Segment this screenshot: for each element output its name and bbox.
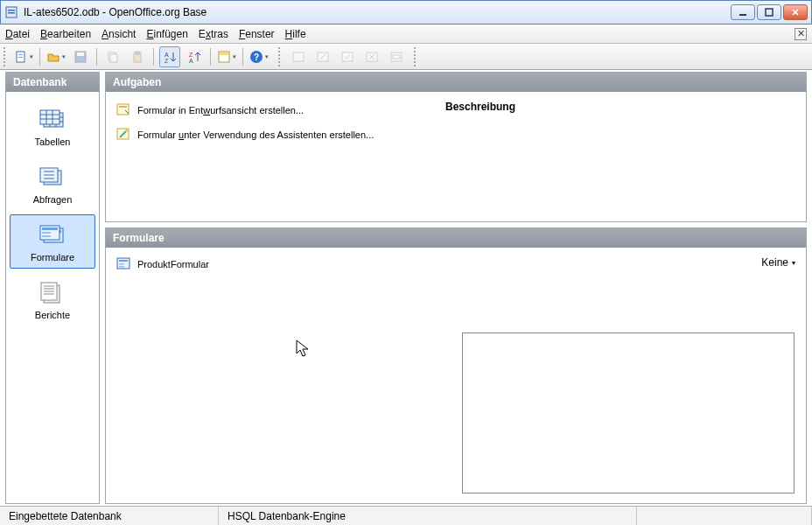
paste-button [127, 46, 148, 67]
svg-rect-21 [220, 52, 228, 55]
tables-icon [37, 107, 68, 133]
menu-datei[interactable]: Datei [5, 28, 30, 40]
tb-edit-button [312, 46, 333, 67]
svg-rect-53 [42, 228, 58, 230]
tb-delete-button [361, 46, 382, 67]
statusbar: Eingebettete Datenbank HSQL Datenbank-En… [0, 506, 812, 525]
tb-check-button [337, 46, 358, 67]
new-doc-button[interactable]: ▾ [13, 46, 34, 67]
document-close-icon[interactable]: ✕ [794, 28, 807, 40]
sort-desc-button[interactable]: ZA [184, 46, 205, 67]
svg-rect-24 [293, 52, 304, 61]
form-button[interactable]: ▾ [216, 46, 237, 67]
svg-rect-72 [119, 266, 124, 268]
sidebar-title: Datenbank [6, 73, 99, 92]
form-item-label: ProduktFormular [137, 259, 209, 270]
svg-rect-15 [136, 52, 139, 54]
close-button[interactable] [783, 4, 808, 20]
queries-icon [37, 164, 68, 191]
description-label: Beschreibung [445, 101, 795, 113]
svg-text:Z: Z [164, 58, 169, 64]
sidebar-item-forms[interactable]: Formulare [10, 214, 95, 269]
tb-new-form-button [288, 46, 309, 67]
status-right [637, 507, 812, 525]
sidebar-label-forms: Formulare [31, 252, 74, 262]
preview-box [462, 332, 794, 494]
status-mid: HSQL Datenbank-Engine [219, 507, 637, 525]
copy-button [102, 46, 123, 67]
svg-rect-13 [110, 54, 117, 62]
svg-rect-26 [342, 52, 353, 61]
svg-rect-1 [8, 10, 15, 11]
svg-rect-4 [766, 9, 773, 16]
save-button [70, 46, 91, 67]
tb-rename-button [386, 46, 407, 67]
svg-rect-3 [739, 14, 746, 16]
form-list-item[interactable]: ProduktFormular [116, 256, 209, 272]
window-controls [731, 4, 808, 20]
sort-asc-button[interactable]: AZ [159, 46, 180, 67]
view-mode-label: Keine [761, 256, 788, 269]
menu-bearbeiten[interactable]: Bearbeiten [40, 28, 91, 40]
open-button[interactable]: ▾ [46, 46, 66, 67]
menubar: Datei Bearbeiten Ansicht Einfügen Extras… [0, 24, 812, 44]
svg-rect-55 [42, 235, 51, 237]
form-design-icon [116, 102, 130, 118]
chevron-down-icon: ▾ [792, 259, 795, 267]
svg-rect-37 [40, 110, 60, 124]
forms-icon [37, 222, 68, 248]
menu-fenster[interactable]: Fenster [239, 28, 275, 40]
svg-text:Z: Z [189, 52, 193, 58]
svg-rect-8 [18, 54, 23, 55]
maximize-button[interactable] [757, 4, 781, 20]
sidebar: Datenbank Tabellen Abfragen Formulare [5, 72, 100, 504]
task-label-design: Formular in Entwurfsansicht erstellen... [137, 105, 304, 116]
toolbar-handle-3[interactable] [414, 47, 418, 66]
sidebar-item-queries[interactable]: Abfragen [10, 157, 95, 211]
svg-point-68 [126, 130, 129, 132]
svg-rect-54 [42, 232, 51, 234]
tasks-title: Aufgaben [106, 73, 806, 92]
svg-rect-65 [117, 104, 129, 115]
menu-ansicht[interactable]: Ansicht [102, 28, 136, 40]
app-icon [4, 5, 18, 19]
task-create-wizard[interactable]: Formular unter Verwendung des Assistente… [116, 125, 431, 144]
tasks-pane: Aufgaben Formular in Entwurfsansicht ers… [105, 72, 807, 222]
svg-rect-2 [8, 12, 15, 14]
form-icon [116, 256, 130, 272]
menu-hilfe[interactable]: Hilfe [285, 28, 306, 40]
svg-text:?: ? [254, 52, 259, 62]
menu-einfuegen[interactable]: Einfügen [146, 28, 187, 40]
minimize-button[interactable] [731, 4, 755, 20]
svg-text:A: A [164, 52, 169, 58]
svg-rect-11 [77, 52, 84, 56]
svg-rect-66 [119, 106, 127, 108]
svg-rect-71 [119, 263, 124, 265]
sidebar-item-tables[interactable]: Tabellen [10, 99, 95, 153]
reports-icon [37, 280, 68, 306]
toolbar-handle-2[interactable] [278, 47, 283, 66]
toolbar: ▾ ▾ AZ ZA ▾ ?▾ [0, 44, 812, 70]
task-create-design-view[interactable]: Formular in Entwurfsansicht erstellen... [116, 101, 431, 120]
sidebar-label-queries: Abfragen [33, 194, 73, 205]
help-button[interactable]: ?▾ [248, 46, 270, 67]
forms-title: Formulare [106, 228, 806, 248]
menu-extras[interactable]: Extras [199, 28, 228, 40]
titlebar: IL-ates6502.odb - OpenOffice.org Base [0, 0, 812, 24]
sidebar-label-tables: Tabellen [35, 136, 71, 147]
view-mode-dropdown[interactable]: Keine ▾ [761, 256, 795, 269]
toolbar-handle[interactable] [4, 47, 8, 66]
svg-rect-70 [119, 260, 128, 262]
status-left: Eingebettete Datenbank [0, 507, 219, 525]
svg-rect-9 [18, 57, 23, 58]
sidebar-label-reports: Berichte [35, 310, 70, 320]
svg-text:A: A [189, 58, 193, 64]
task-label-wizard: Formular unter Verwendung des Assistente… [137, 130, 374, 140]
window-title: IL-ates6502.odb - OpenOffice.org Base [24, 6, 206, 18]
form-wizard-icon [116, 127, 130, 143]
sidebar-item-reports[interactable]: Berichte [10, 272, 95, 326]
